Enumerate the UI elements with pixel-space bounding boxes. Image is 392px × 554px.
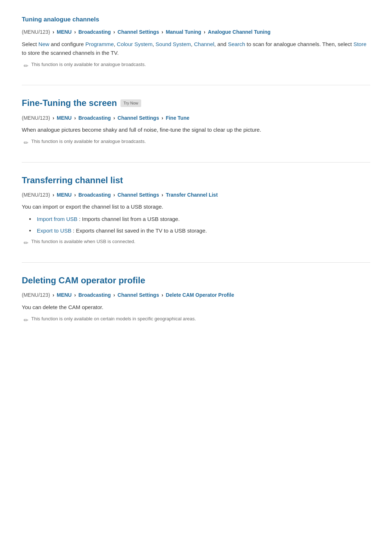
list-item: Export to USB : Exports channel list sav…	[29, 226, 370, 235]
breadcrumb-fine-tune[interactable]: Fine Tune	[166, 115, 189, 121]
note-pencil-icon: ✏	[24, 238, 28, 248]
chevron-icon: ›	[74, 115, 77, 121]
fine-tuning-title-text: Fine-Tuning the screen	[22, 96, 117, 110]
highlight-search: Search	[228, 41, 245, 47]
transferring-breadcrumb: (MENU/123) › MENU › Broadcasting › Chann…	[22, 191, 370, 199]
export-usb-text: : Exports channel list saved in the TV t…	[73, 227, 207, 234]
breadcrumb-menu123: (MENU/123)	[22, 292, 50, 298]
breadcrumb-analogue-channel-tuning[interactable]: Analogue Channel Tuning	[208, 29, 270, 35]
breadcrumb-menu[interactable]: MENU	[57, 192, 72, 198]
deleting-cam-section: Deleting CAM operator profile (MENU/123)…	[22, 274, 370, 325]
breadcrumb-menu123: (MENU/123)	[22, 192, 50, 198]
breadcrumb-menu123: (MENU/123)	[22, 29, 50, 35]
highlight-new: New	[38, 41, 49, 47]
breadcrumb-menu[interactable]: MENU	[57, 29, 72, 35]
chevron-icon: ›	[113, 192, 117, 198]
fine-tuning-section: Fine-Tuning the screen Try Now (MENU/123…	[22, 96, 370, 147]
chevron-icon: ›	[162, 192, 165, 198]
import-usb-label: Import from USB	[37, 216, 78, 222]
export-usb-label: Export to USB	[37, 227, 72, 234]
breadcrumb-broadcasting[interactable]: Broadcasting	[78, 29, 111, 35]
deleting-cam-body: You can delete the CAM operator.	[22, 303, 370, 312]
chevron-icon: ›	[162, 115, 165, 121]
note-pencil-icon: ✏	[24, 61, 28, 71]
chevron-icon: ›	[204, 29, 207, 35]
transferring-title-text: Transferring channel list	[22, 173, 123, 187]
tuning-analogue-title: Tuning analogue channels	[22, 15, 370, 24]
fine-tuning-note-text: This function is only available for anal…	[31, 138, 146, 145]
chevron-icon: ›	[113, 29, 117, 35]
breadcrumb-broadcasting[interactable]: Broadcasting	[78, 115, 111, 121]
chevron-icon: ›	[53, 29, 56, 35]
deleting-cam-title: Deleting CAM operator profile	[22, 274, 370, 287]
tuning-analogue-body: Select New and configure Programme, Colo…	[22, 40, 370, 57]
note-pencil-icon: ✏	[24, 138, 28, 148]
breadcrumb-transfer-channel-list[interactable]: Transfer Channel List	[166, 192, 218, 198]
transferring-section: Transferring channel list (MENU/123) › M…	[22, 173, 370, 248]
highlight-store: Store	[354, 41, 367, 47]
note-pencil-icon: ✏	[24, 316, 28, 325]
deleting-cam-note-text: This function is only available on certa…	[31, 315, 196, 323]
transferring-note-text: This function is available when USB is c…	[31, 238, 135, 246]
breadcrumb-delete-cam-operator-profile[interactable]: Delete CAM Operator Profile	[166, 292, 234, 298]
breadcrumb-channel-settings[interactable]: Channel Settings	[118, 115, 159, 121]
chevron-icon: ›	[53, 292, 56, 298]
deleting-cam-title-text: Deleting CAM operator profile	[22, 274, 145, 287]
deleting-cam-breadcrumb: (MENU/123) › MENU › Broadcasting › Chann…	[22, 291, 370, 299]
breadcrumb-channel-settings[interactable]: Channel Settings	[118, 29, 159, 35]
section-divider	[22, 262, 370, 263]
breadcrumb-menu[interactable]: MENU	[57, 292, 72, 298]
list-item: Import from USB : Imports channel list f…	[29, 215, 370, 223]
chevron-icon: ›	[113, 292, 117, 298]
chevron-icon: ›	[74, 192, 77, 198]
chevron-icon: ›	[162, 292, 165, 298]
deleting-cam-note: ✏ This function is only available on cer…	[24, 315, 370, 325]
highlight-programme: Programme	[85, 41, 114, 47]
list-item-content: Export to USB : Exports channel list sav…	[37, 226, 207, 235]
try-now-badge[interactable]: Try Now	[121, 99, 141, 107]
chevron-icon: ›	[113, 115, 117, 121]
breadcrumb-menu[interactable]: MENU	[57, 115, 72, 121]
tuning-analogue-breadcrumb: (MENU/123) › MENU › Broadcasting › Chann…	[22, 28, 370, 36]
breadcrumb-manual-tuning[interactable]: Manual Tuning	[166, 29, 201, 35]
fine-tuning-body: When analogue pictures become shaky and …	[22, 126, 370, 134]
fine-tuning-title: Fine-Tuning the screen Try Now	[22, 96, 370, 110]
breadcrumb-channel-settings[interactable]: Channel Settings	[118, 292, 159, 298]
chevron-icon: ›	[162, 29, 165, 35]
breadcrumb-channel-settings[interactable]: Channel Settings	[118, 192, 159, 198]
highlight-channel: Channel	[194, 41, 214, 47]
chevron-icon: ›	[74, 29, 77, 35]
chevron-icon: ›	[53, 192, 56, 198]
tuning-analogue-note: ✏ This function is only available for an…	[24, 61, 370, 71]
transferring-title: Transferring channel list	[22, 173, 370, 187]
breadcrumb-broadcasting[interactable]: Broadcasting	[78, 192, 111, 198]
list-item-content: Import from USB : Imports channel list f…	[37, 215, 180, 223]
transferring-body: You can import or export the channel lis…	[22, 202, 370, 211]
breadcrumb-menu123: (MENU/123)	[22, 115, 50, 121]
section-divider	[22, 162, 370, 163]
transferring-bullet-list: Import from USB : Imports channel list f…	[22, 215, 370, 235]
import-usb-text: : Imports channel list from a USB storag…	[79, 216, 180, 222]
highlight-sound-system: Sound System	[156, 41, 191, 47]
fine-tuning-breadcrumb: (MENU/123) › MENU › Broadcasting › Chann…	[22, 114, 370, 122]
section-divider	[22, 85, 370, 85]
tuning-analogue-note-text: This function is only available for anal…	[31, 61, 146, 69]
chevron-icon: ›	[74, 292, 77, 298]
fine-tuning-note: ✏ This function is only available for an…	[24, 138, 370, 148]
breadcrumb-broadcasting[interactable]: Broadcasting	[78, 292, 111, 298]
tuning-analogue-section: Tuning analogue channels (MENU/123) › ME…	[22, 15, 370, 70]
transferring-note: ✏ This function is available when USB is…	[24, 238, 370, 248]
chevron-icon: ›	[53, 115, 56, 121]
highlight-colour-system: Colour System	[117, 41, 152, 47]
